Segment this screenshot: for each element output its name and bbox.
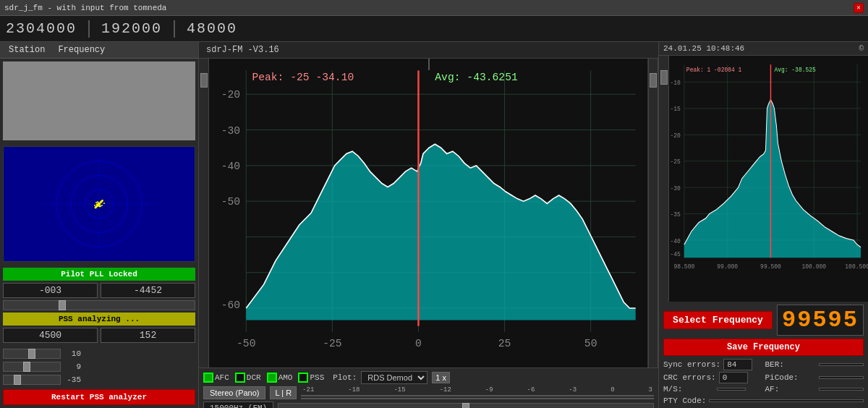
svg-text:Avg: -43.6251: Avg: -43.6251 bbox=[435, 72, 518, 83]
spectrum-area: -20 -30 -40 -50 -60 -50 -25 0 25 50 bbox=[199, 59, 658, 367]
info-grid: Sync errors: 84 BER: CRC errors: 0 PiCod… bbox=[663, 359, 864, 394]
menu-frequency[interactable]: Frequency bbox=[52, 43, 111, 56]
svg-text:-45: -45 bbox=[671, 250, 681, 258]
save-frequency-button[interactable]: Save Frequency bbox=[663, 339, 864, 356]
titlebar: sdr_j_fm - with input from tomneda ✕ bbox=[0, 0, 868, 16]
crc-errors-label: CRC errors: bbox=[663, 373, 716, 382]
svg-text:50: 50 bbox=[584, 338, 597, 349]
plot-select[interactable]: RDS Demod bbox=[361, 371, 427, 384]
ctrl-row-1: AFC DCR AMO PSS Plot: bbox=[203, 371, 654, 384]
plot-mul-button[interactable]: 1 x bbox=[432, 372, 450, 383]
af-label: AF: bbox=[765, 385, 816, 394]
svg-point-13 bbox=[100, 201, 102, 203]
svg-text:-25: -25 bbox=[671, 158, 681, 166]
amo-label: AMO bbox=[278, 373, 293, 382]
restart-pss-button[interactable]: Restart PSS analyzer bbox=[3, 389, 195, 405]
slider-row-v2: 9 bbox=[3, 362, 195, 372]
ber-value bbox=[819, 363, 864, 366]
ber-label: BER: bbox=[765, 360, 816, 369]
menu-station[interactable]: Station bbox=[3, 43, 51, 56]
freq-display-2[interactable]: 192000 bbox=[101, 20, 162, 37]
svg-text:-20: -20 bbox=[671, 132, 681, 140]
af-value bbox=[819, 388, 864, 391]
svg-point-21 bbox=[95, 202, 97, 203]
ber-row: BER: bbox=[765, 359, 864, 370]
slider-v2[interactable] bbox=[3, 362, 61, 372]
svg-text:-20: -20 bbox=[221, 89, 240, 101]
svg-text:100.000: 100.000 bbox=[802, 263, 826, 271]
right-header: 24.01.25 10:48:46 © bbox=[659, 42, 868, 56]
slider-v2-label: 9 bbox=[64, 362, 81, 371]
num-display-3: 4500 bbox=[3, 328, 98, 343]
pss-checkbox[interactable] bbox=[298, 373, 308, 383]
slider-v3[interactable] bbox=[3, 375, 61, 385]
svg-text:25: 25 bbox=[498, 338, 511, 349]
slider-row-1 bbox=[3, 300, 195, 310]
freq-display-3[interactable]: 48000 bbox=[187, 20, 237, 37]
num-display-4: 152 bbox=[101, 328, 195, 343]
select-frequency-button[interactable]: Select Frequency bbox=[663, 311, 773, 329]
svg-point-17 bbox=[94, 205, 95, 206]
svg-point-16 bbox=[98, 203, 101, 205]
crc-errors-row: CRC errors: 0 bbox=[663, 372, 762, 383]
slider-v1[interactable] bbox=[3, 349, 61, 359]
center-panel: sdrJ-FM -V3.16 bbox=[199, 42, 658, 408]
freq-mode-label: 15000Hz (FM) bbox=[203, 401, 273, 408]
menu-bar: Station Frequency bbox=[0, 42, 198, 59]
left-panel: Station Frequency bbox=[0, 42, 199, 408]
freq-slider[interactable] bbox=[278, 403, 654, 408]
dcr-label: DCR bbox=[247, 373, 261, 382]
svg-point-14 bbox=[95, 206, 97, 208]
picode-row: PiCode: bbox=[765, 372, 864, 383]
pty-value bbox=[709, 399, 864, 402]
svg-point-22 bbox=[101, 205, 103, 206]
afc-label: AFC bbox=[215, 373, 229, 382]
freq-divider-2 bbox=[174, 20, 175, 38]
picode-value bbox=[819, 376, 864, 379]
right-spectrum-container: -10 -15 -20 -25 -30 -35 -40 -45 98.500 9… bbox=[659, 56, 868, 302]
svg-text:Peak: 1 -02084 1: Peak: 1 -02084 1 bbox=[686, 66, 741, 74]
svg-text:0: 0 bbox=[415, 338, 422, 349]
svg-text:-15: -15 bbox=[671, 106, 681, 114]
center-v-slider[interactable] bbox=[648, 59, 658, 367]
ms-label: M/S: bbox=[663, 385, 714, 394]
svg-text:-60: -60 bbox=[221, 299, 240, 311]
afc-checkbox[interactable] bbox=[203, 373, 213, 383]
signal-meter-2 bbox=[301, 398, 654, 399]
sdr-title: sdrJ-FM -V3.16 bbox=[202, 43, 284, 56]
sync-errors-value: 84 bbox=[723, 359, 752, 370]
lr-button[interactable]: L | R bbox=[270, 386, 297, 399]
freq-display-1[interactable]: 2304000 bbox=[6, 20, 77, 37]
constellation-display bbox=[3, 146, 195, 262]
slider-1[interactable] bbox=[3, 300, 195, 310]
amo-checkbox-item: AMO bbox=[267, 373, 293, 383]
amo-checkbox[interactable] bbox=[267, 373, 277, 383]
svg-point-20 bbox=[100, 205, 101, 207]
stereo-button[interactable]: Stereo (Pano) bbox=[203, 386, 265, 399]
af-row: AF: bbox=[765, 385, 864, 394]
svg-text:-35: -35 bbox=[671, 211, 681, 219]
pilot-pll-status: Pilot PLL Locked bbox=[3, 268, 195, 281]
svg-text:-10: -10 bbox=[671, 79, 681, 87]
num-row-2: 4500 152 bbox=[3, 328, 195, 343]
pss-checkbox-item: PSS bbox=[298, 373, 324, 383]
slider-row-v3: -35 bbox=[3, 375, 195, 385]
num-display-2: -4452 bbox=[101, 283, 195, 298]
pss-label: PSS bbox=[310, 373, 324, 382]
ctrl-row-2: Stereo (Pano) L | R -21 -18 -15 -12 -9 -… bbox=[203, 386, 654, 399]
svg-text:-40: -40 bbox=[671, 237, 681, 245]
station-list bbox=[3, 61, 195, 140]
freq-divider-1 bbox=[88, 20, 90, 38]
left-controls: Pilot PLL Locked -003 -4452 PSS analyzin… bbox=[0, 265, 198, 346]
svg-point-19 bbox=[97, 201, 98, 203]
close-button[interactable]: ✕ bbox=[854, 3, 864, 13]
svg-text:-30: -30 bbox=[221, 124, 240, 136]
picode-label: PiCode: bbox=[765, 373, 816, 382]
pty-row: PTY Code: bbox=[663, 396, 864, 405]
dcr-checkbox[interactable] bbox=[235, 373, 245, 383]
copyright-symbol: © bbox=[859, 44, 864, 53]
pty-label: PTY Code: bbox=[663, 396, 706, 405]
datetime-display: 24.01.25 10:48:46 bbox=[663, 44, 744, 53]
frequency-big-display: 99595 bbox=[777, 305, 864, 336]
svg-text:-25: -25 bbox=[323, 338, 341, 349]
